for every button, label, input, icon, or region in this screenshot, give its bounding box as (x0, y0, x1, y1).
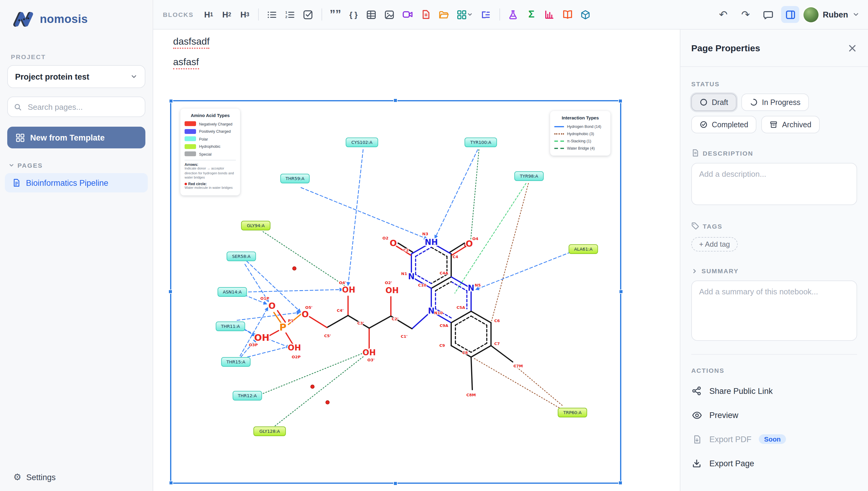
blocks-grid-button[interactable] (453, 6, 477, 23)
share-public-link-button[interactable]: Share Public Link (691, 379, 857, 403)
search-pages-box[interactable] (7, 96, 145, 117)
status-archived-button[interactable]: Archived (761, 116, 820, 133)
svg-text:THR59:A: THR59:A (285, 176, 305, 181)
bond (431, 275, 447, 284)
summary-textarea[interactable] (691, 281, 857, 341)
water-bridge-line (470, 150, 479, 242)
outline-tree-button[interactable] (477, 6, 495, 23)
numbered-list-button[interactable]: 12 (281, 6, 299, 23)
status-in-progress-button[interactable]: In Progress (741, 93, 809, 111)
eye-icon (691, 410, 702, 420)
undo-button[interactable]: ↶ (714, 6, 732, 23)
download-icon (691, 458, 702, 468)
comments-button[interactable] (759, 6, 777, 23)
summary-section-label[interactable]: SUMMARY (691, 267, 857, 275)
close-icon[interactable] (847, 43, 857, 53)
resize-handle-s[interactable] (393, 481, 398, 486)
resize-handle-sw[interactable] (169, 481, 173, 485)
atom-label: C8M (466, 393, 476, 397)
resize-handle-nw[interactable] (169, 99, 173, 103)
paragraph[interactable]: asfasf (173, 57, 199, 69)
residue-box: GLY94:A (241, 221, 270, 230)
document-icon (691, 149, 699, 157)
description-textarea[interactable] (691, 163, 857, 205)
model-cube-button[interactable] (577, 6, 595, 23)
atom-label: O3' (367, 358, 375, 362)
chevron-down-icon[interactable] (852, 11, 860, 18)
legend-swatch (184, 121, 196, 126)
atom-label: O2' (385, 281, 392, 285)
heading2-button[interactable]: H2 (218, 6, 236, 23)
arrows-note-text: Indicate donor → acceptor direction for … (184, 167, 236, 180)
quote-block-button[interactable]: ”” (326, 6, 344, 23)
atom-label: C7M (513, 364, 523, 368)
atom-symbol: N (428, 307, 435, 315)
atom-label: C9 (439, 343, 445, 348)
page-file-icon (12, 178, 21, 187)
atom-label: C1' (401, 334, 408, 339)
formula-sigma-button[interactable]: Σ (522, 6, 541, 23)
heading1-button[interactable]: H1 (200, 6, 218, 23)
chevron-down-icon (130, 73, 138, 80)
video-block-button[interactable] (399, 6, 417, 23)
share-icon (691, 386, 702, 396)
resize-handle-w[interactable] (168, 290, 173, 294)
settings-button[interactable]: ⚙ Settings (13, 472, 56, 483)
description-section-label: DESCRIPTION (691, 149, 857, 157)
new-from-template-button[interactable]: New from Template (7, 127, 145, 148)
resize-handle-ne[interactable] (618, 99, 623, 103)
status-draft-button[interactable]: Draft (691, 93, 736, 111)
residue-box: THR15:A (221, 357, 250, 367)
export-pdf-button[interactable]: Export PDF Soon (691, 427, 857, 451)
bullet-list-button[interactable] (263, 6, 281, 23)
add-tag-button[interactable]: + Add tag (691, 237, 738, 252)
amino-acid-legend-item: Negatively Charged (184, 121, 236, 126)
editor-canvas[interactable]: dasfsadf asfasf NHNNNOOOHOHOHOPOOHOHN3C2… (153, 30, 680, 491)
pdf-block-button[interactable] (417, 6, 435, 23)
atom-symbol: P (279, 321, 286, 333)
sidebar-item-bioinformatics-pipeline[interactable]: Bioinformatics Pipeline (5, 173, 148, 193)
selected-image-block[interactable]: NHNNNOOOHOHOHOPOOHOHN3C2N1C10C4AC4O2O4N5… (171, 102, 620, 483)
search-pages-input[interactable] (27, 102, 139, 112)
atom-symbol: OH (254, 333, 270, 343)
residue-box: THR12:A (233, 391, 261, 400)
bond (451, 311, 471, 323)
export-page-button[interactable]: Export Page (691, 451, 857, 475)
resize-handle-se[interactable] (618, 481, 623, 485)
resize-handle-n[interactable] (393, 98, 398, 103)
paragraph[interactable]: dasfsadf (173, 36, 210, 49)
project-select-value: Project protein test (15, 72, 89, 81)
table-block-button[interactable] (363, 6, 381, 23)
redo-button[interactable]: ↷ (736, 6, 755, 23)
residue-box: ASN14:A (218, 287, 247, 296)
project-select[interactable]: Project protein test (7, 65, 145, 88)
interaction-legend-item: Water Bridge (4) (554, 146, 606, 150)
svg-text:ALA61:A: ALA61:A (574, 247, 592, 252)
pi-stacking-line (455, 183, 526, 293)
experiment-flask-button[interactable] (504, 6, 522, 23)
bond (451, 346, 471, 357)
app-window: nomosis PROJECT Project protein test New… (0, 0, 868, 491)
pages-section-toggle[interactable]: PAGES (8, 162, 153, 169)
atom-symbol: O (301, 310, 309, 319)
reference-book-button[interactable] (558, 6, 577, 23)
folder-block-button[interactable] (435, 6, 453, 23)
resize-handle-e[interactable] (619, 290, 623, 294)
bond (471, 346, 491, 357)
check-circle-icon (700, 121, 707, 128)
chart-block-button[interactable] (541, 6, 558, 23)
image-block-button[interactable] (381, 6, 399, 23)
settings-label: Settings (26, 472, 56, 482)
preview-button[interactable]: Preview (691, 403, 857, 427)
status-completed-button[interactable]: Completed (691, 116, 757, 133)
heading3-button[interactable]: H3 (236, 6, 254, 23)
new-from-template-label: New from Template (30, 133, 105, 142)
code-block-button[interactable]: { } (344, 6, 363, 23)
properties-panel-toggle[interactable] (781, 6, 799, 23)
bond (450, 243, 464, 252)
arrows-note-title: Arrows: (184, 163, 236, 167)
svg-text:GLY128:A: GLY128:A (259, 429, 280, 434)
residue-box: ALA61:A (569, 244, 598, 254)
user-avatar[interactable] (804, 7, 818, 22)
task-list-button[interactable] (299, 6, 317, 23)
